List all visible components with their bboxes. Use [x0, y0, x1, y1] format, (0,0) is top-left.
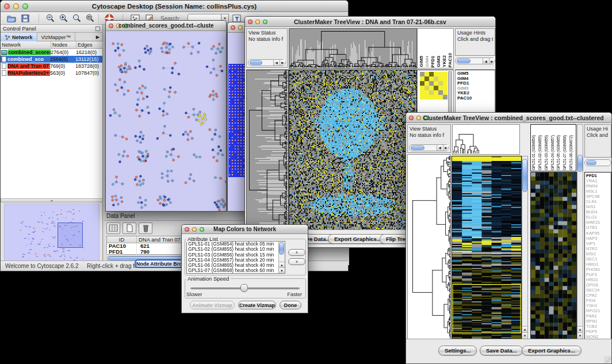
row-label[interactable]: PAC10 [457, 96, 495, 101]
gene-label[interactable]: MSI1 [586, 251, 611, 256]
heatmap-canvas[interactable] [289, 70, 417, 231]
float-panel-icon[interactable] [95, 26, 100, 31]
scroll-left-icon[interactable]: ◀ [273, 60, 279, 66]
gene-label[interactable]: PEP5 [586, 329, 611, 334]
move-up-button[interactable]: ∧ [288, 249, 305, 256]
close-icon[interactable] [248, 20, 253, 24]
network-overview-canvas[interactable] [4, 204, 100, 264]
table-mode-icon[interactable] [106, 223, 120, 234]
delete-attribute-icon[interactable] [139, 223, 152, 234]
export-graphics-button[interactable]: Export Graphics... [522, 346, 582, 355]
gene-label[interactable]: HRD3 [586, 277, 611, 282]
gene-label[interactable]: FIG4 [586, 298, 611, 303]
gene-label[interactable]: MAK31 [586, 220, 611, 225]
gene-label[interactable]: PFD1 [586, 173, 611, 178]
save-data-button[interactable]: Save Data... [480, 346, 523, 355]
scrollbar-thumb[interactable] [250, 60, 262, 65]
save-session-icon[interactable] [20, 13, 30, 24]
zoom-out-icon[interactable] [45, 13, 56, 24]
gene-label[interactable]: RNR4 [586, 183, 611, 189]
gene-label[interactable]: TCB3 [586, 324, 611, 329]
gene-label[interactable]: ELG1 [586, 214, 611, 220]
scroll-left-icon[interactable]: ◀ [437, 145, 442, 151]
column-dendrogram-canvas[interactable] [289, 28, 417, 69]
attribute-option[interactable]: GPL51-01 (GSM854) heat shock 05 min [187, 242, 285, 247]
hints-hscrollbar[interactable]: ◀ ▶ [455, 58, 495, 64]
scroll-down-icon[interactable]: ▼ [522, 332, 527, 339]
scrollbar-thumb[interactable] [411, 145, 424, 150]
gene-label[interactable]: SPC98 [586, 194, 611, 199]
minimize-icon[interactable] [238, 25, 243, 30]
column-dendrogram-canvas[interactable] [453, 125, 519, 154]
close-icon[interactable] [231, 25, 235, 30]
attribute-listbox[interactable]: GPL51-01 (GSM854) heat shock 05 minGPL51… [186, 241, 285, 274]
scroll-up-icon[interactable]: ▲ [279, 262, 285, 267]
gene-label[interactable]: CLN1 [586, 199, 611, 204]
scroll-right-icon[interactable]: ▶ [443, 145, 449, 151]
gene-label[interactable]: BUD4 [586, 209, 611, 214]
network-list-row[interactable]: RNAPuberNov2+563(0)107847(0) [1, 70, 102, 76]
attribute-option[interactable]: GPL51-02 (GSM855) heat shock 10 min [187, 247, 285, 252]
zoom-fit-icon[interactable] [85, 13, 95, 24]
col-nodes[interactable]: Nodes [51, 41, 76, 48]
gene-label[interactable]: HMG1 [586, 262, 611, 267]
col-edges[interactable]: Edges [76, 41, 103, 48]
heatmap-vscrollbar[interactable]: ▲ ▼ [522, 156, 528, 339]
col-network[interactable]: Network [1, 41, 51, 48]
scroll-up-icon[interactable]: ▲ [577, 326, 583, 332]
gene-label[interactable]: HAP3 [586, 236, 611, 241]
status-hscrollbar[interactable]: ◀ ▶ [248, 59, 286, 66]
gene-label[interactable]: GTB1 [586, 225, 611, 230]
col-id[interactable]: ID [107, 236, 137, 243]
scroll-down-icon[interactable]: ▼ [279, 267, 285, 273]
scroll-down-icon[interactable]: ▼ [577, 332, 583, 339]
attribute-option[interactable]: GPL51-07 (GSM868) heat shock 60 min [187, 268, 285, 273]
gene-label[interactable]: YRA1 [586, 178, 611, 183]
settings-button[interactable]: Settings... [438, 346, 477, 355]
tab-network[interactable]: Network [1, 33, 37, 41]
zoom-in-icon[interactable] [59, 13, 69, 24]
create-vizmap-button[interactable]: Create Vizmap [238, 301, 276, 309]
close-icon[interactable] [185, 227, 189, 232]
gene-label[interactable]: SEC24 [586, 288, 611, 293]
gene-label[interactable]: PUF3 [586, 272, 611, 277]
scrollbar-thumb[interactable] [457, 59, 471, 63]
main-title-bar[interactable]: Cytoscape Desktop (Session Name: collins… [1, 1, 348, 12]
gene-label[interactable]: CPA2 [586, 293, 611, 298]
new-attribute-icon[interactable] [123, 223, 136, 234]
tab-overflow-arrow-icon[interactable]: ▶ [96, 33, 102, 41]
network-list-row[interactable]: combined_sco2569(6)13112(15) [1, 56, 102, 63]
row-dendrogram-canvas[interactable] [408, 155, 450, 339]
attribute-option[interactable]: GPL51-03 (GSM856) heat shock 15 min [187, 252, 285, 258]
network-view-title-bar[interactable]: combined_scores_good.txt--cluste... [106, 21, 226, 31]
close-icon[interactable] [409, 116, 414, 120]
gene-label[interactable]: GPI16 [586, 282, 611, 288]
resize-grip-icon[interactable] [604, 356, 611, 363]
gene-label[interactable]: SEC1 [586, 256, 611, 262]
attribute-option[interactable]: GPL51-04 (GSM857) heat shock 20 min [187, 258, 285, 263]
treeview2-title-bar[interactable]: ClusterMaker TreeView : combined_scores_… [406, 113, 611, 123]
gene-label[interactable]: KAP95 [586, 231, 611, 236]
close-icon[interactable] [4, 3, 10, 9]
move-down-button[interactable]: ∨ [288, 258, 305, 265]
scrollbar-thumb[interactable] [279, 242, 284, 255]
hints-hscrollbar[interactable] [584, 159, 611, 166]
scrollbar-thumb[interactable] [577, 155, 583, 172]
zoom-selected-icon[interactable] [72, 13, 82, 24]
gene-label[interactable]: YSH1 [586, 303, 611, 308]
zoom-vscrollbar[interactable]: ▲ ▼ [577, 124, 583, 339]
gene-label[interactable]: MSL1 [586, 189, 611, 194]
tab-vizmapper[interactable]: VizMapper™ [37, 33, 76, 41]
network-list-row[interactable]: DNA and Tran 07769(0)183728(0) [1, 63, 102, 70]
done-button[interactable]: Done [280, 301, 301, 309]
scroll-right-icon[interactable]: ▶ [489, 58, 495, 64]
row-dendrogram-canvas[interactable] [246, 70, 289, 231]
network-list-row[interactable]: combined_scores2764(0)16218(0) [1, 49, 102, 56]
gene-label[interactable]: VIP1 [586, 241, 611, 246]
scroll-right-icon[interactable]: ▶ [280, 60, 285, 66]
zoom-heatmap-canvas[interactable] [420, 72, 447, 99]
gene-label[interactable]: NTR2 [586, 246, 611, 251]
scrollbar-thumb[interactable] [586, 160, 596, 165]
status-hscrollbar[interactable]: ◀ ▶ [409, 144, 449, 151]
gene-label[interactable]: NIS1 [586, 204, 611, 209]
